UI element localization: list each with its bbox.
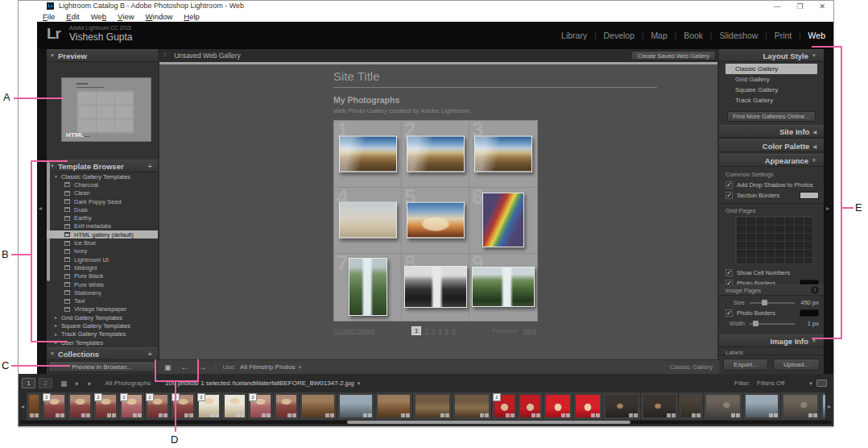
template-item[interactable]: Stationery <box>47 288 158 297</box>
menu-edit[interactable]: Edit <box>66 12 79 21</box>
filmstrip-photo[interactable] <box>340 395 372 417</box>
image-photo-borders-checkbox-row[interactable]: ✓ Photo Borders <box>719 308 824 318</box>
template-group-classic[interactable]: ▼Classic Gallery Templates <box>47 172 158 180</box>
filmstrip-cell[interactable] <box>27 392 41 420</box>
filmstrip-cell[interactable] <box>518 392 543 420</box>
photo-thumbnail[interactable] <box>404 266 467 308</box>
gallery-cell[interactable]: 2 <box>402 121 469 188</box>
collection-description[interactable]: Web Photo Gallery created by Adobe Light… <box>333 107 657 114</box>
filmstrip-cell[interactable] <box>274 392 299 420</box>
width-slider[interactable] <box>750 323 795 325</box>
page-link[interactable]: 6 <box>452 327 455 334</box>
gallery-cell[interactable]: 9 <box>469 254 537 321</box>
menu-help[interactable]: Help <box>184 12 200 21</box>
layout-style-header[interactable]: Layout Style ▼ <box>719 49 824 62</box>
filmstrip-photo[interactable] <box>606 395 638 417</box>
preview-in-browser-button[interactable]: Preview in Browser... <box>48 361 155 372</box>
filmstrip-cell[interactable]: 2 <box>492 392 517 420</box>
maximize-button[interactable]: ❐ <box>796 2 803 10</box>
use-value-dropdown[interactable]: All Filmstrip Photos <box>240 363 295 371</box>
menu-web[interactable]: Web <box>91 12 106 21</box>
go-forward-icon[interactable]: ➧ <box>86 380 93 388</box>
filmstrip-photo[interactable] <box>276 395 296 417</box>
filter-switch-icon[interactable] <box>816 380 827 387</box>
module-slideshow[interactable]: Slideshow <box>719 31 758 40</box>
template-item[interactable]: Clean <box>47 189 158 197</box>
forward-arrow-icon[interactable]: → <box>199 363 207 371</box>
layout-style-item[interactable]: Track Gallery <box>725 95 817 106</box>
menu-view[interactable]: View <box>118 12 134 21</box>
module-book[interactable]: Book <box>684 31 703 40</box>
filmstrip-cell[interactable] <box>222 392 247 420</box>
filmstrip-cell[interactable]: 2 <box>93 392 118 420</box>
previous-link[interactable]: Previous <box>492 327 517 334</box>
filmstrip-cell[interactable] <box>679 392 703 420</box>
photo-thumbnail[interactable] <box>474 135 532 172</box>
minimize-button[interactable]: — <box>773 2 780 10</box>
template-group-square[interactable]: ►Square Gallery Templates <box>47 321 158 330</box>
template-item[interactable]: Ivory <box>47 247 158 255</box>
filmstrip-cell[interactable] <box>743 392 780 420</box>
page-link[interactable]: 2 <box>424 327 428 334</box>
second-window-button[interactable]: 2 <box>39 378 52 388</box>
width-slider-thumb[interactable] <box>753 321 758 326</box>
page-link[interactable]: 3 <box>432 327 435 334</box>
template-item[interactable]: Dusk <box>47 205 158 214</box>
filmstrip-cell[interactable] <box>68 392 93 420</box>
filmstrip-photo[interactable] <box>455 395 489 417</box>
checkbox-checked-icon[interactable]: ✓ <box>725 192 733 199</box>
grid-view-icon[interactable]: ▣ <box>164 363 172 371</box>
template-group-grid[interactable]: ►Grid Gallery Templates <box>47 313 158 321</box>
filmstrip-photo[interactable] <box>546 395 570 417</box>
section-borders-swatch[interactable] <box>800 192 819 199</box>
photo-thumbnail[interactable] <box>482 193 524 247</box>
find-more-galleries-button[interactable]: Find More Galleries Online... <box>727 111 816 122</box>
size-slider-thumb[interactable] <box>762 300 767 305</box>
chevron-down-icon[interactable]: ▼ <box>357 381 362 386</box>
filmstrip-cell[interactable] <box>573 392 602 420</box>
filmstrip-cell[interactable]: 2 <box>145 392 170 420</box>
filmstrip-cell[interactable] <box>375 392 412 420</box>
create-saved-web-gallery-button[interactable]: Create Saved Web Gallery <box>631 51 716 60</box>
gallery-cell[interactable]: 4 <box>334 188 402 255</box>
filmstrip-scrollbar[interactable] <box>20 421 832 424</box>
filmstrip-scrollbar-thumb[interactable] <box>347 421 630 424</box>
checkbox-checked-icon[interactable]: ✓ <box>725 269 733 276</box>
page-link[interactable]: 4 <box>438 327 441 334</box>
section-borders-checkbox-row[interactable]: ✓ Section Borders <box>719 190 824 201</box>
template-group-track[interactable]: ►Track Gallery Templates <box>47 330 158 338</box>
filmstrip-photo[interactable] <box>225 395 245 417</box>
back-arrow-icon[interactable]: ← <box>181 363 189 371</box>
filmstrip-cell[interactable] <box>704 392 742 420</box>
filmstrip-cell[interactable] <box>413 392 452 420</box>
filmstrip-cell[interactable] <box>544 392 572 420</box>
filmstrip-photo[interactable] <box>783 395 817 417</box>
collapse-left-panel-icon[interactable]: ◂ <box>39 205 42 212</box>
filmstrip-cell[interactable] <box>820 392 825 420</box>
filmstrip-photo[interactable] <box>576 395 600 417</box>
filmstrip-cell[interactable] <box>641 392 678 420</box>
image-photo-borders-swatch[interactable] <box>800 309 819 317</box>
page-link[interactable]: 5 <box>445 327 448 334</box>
add-template-button[interactable]: + <box>147 162 152 171</box>
filmstrip-photo[interactable] <box>681 395 701 417</box>
filmstrip-cell[interactable] <box>300 392 337 420</box>
filmstrip-photo[interactable]: 2 <box>147 395 167 417</box>
filmstrip-photo[interactable] <box>706 395 740 417</box>
size-slider[interactable] <box>750 302 795 304</box>
template-item[interactable]: Exif metadata <box>47 222 158 230</box>
template-item[interactable]: Pure White <box>47 280 158 288</box>
filmstrip-photo[interactable]: 2 <box>250 395 271 417</box>
checkbox-checked-icon[interactable]: ✓ <box>725 309 733 317</box>
main-window-button[interactable]: 1 <box>22 378 35 388</box>
filmstrip-photo[interactable]: 2 <box>199 395 219 417</box>
filmstrip-photo[interactable] <box>520 395 540 417</box>
photo-thumbnail[interactable] <box>407 135 465 172</box>
upload-button[interactable]: Upload... <box>773 359 820 371</box>
gallery-cell[interactable]: 3 <box>469 121 537 188</box>
template-item[interactable]: Charcoal <box>47 180 158 189</box>
module-print[interactable]: Print <box>775 31 792 40</box>
right-panel-gutter[interactable]: ▸ <box>824 49 833 374</box>
template-item[interactable]: Dark Poppy Seed <box>47 197 158 205</box>
template-item[interactable]: Taxi <box>47 297 158 305</box>
